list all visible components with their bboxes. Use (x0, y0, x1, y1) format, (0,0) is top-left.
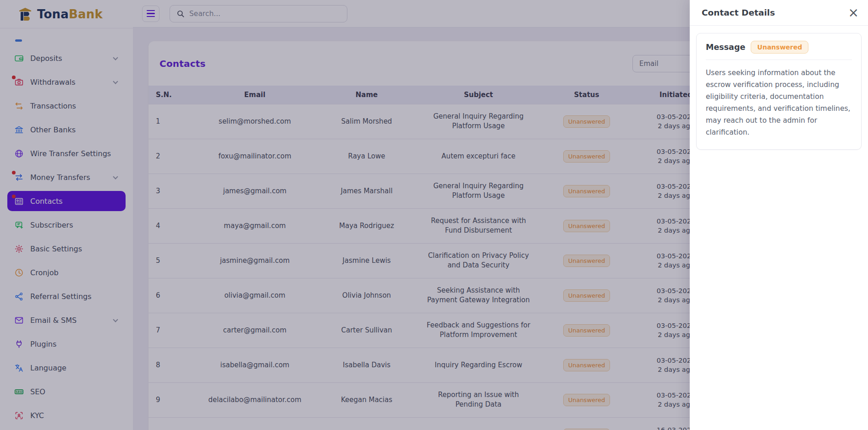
drawer-header: Contact Details × (690, 0, 868, 26)
status-badge: Unanswered (751, 41, 808, 54)
message-section-title: Message (706, 43, 745, 52)
message-card-header: Message Unanswered (706, 41, 852, 54)
message-text: Users seeking information about the escr… (706, 67, 852, 138)
contact-details-drawer: Contact Details × Message Unanswered Use… (690, 0, 868, 430)
message-card: Message Unanswered Users seeking informa… (696, 33, 862, 150)
close-icon[interactable]: × (848, 6, 859, 19)
divider (706, 60, 852, 60)
drawer-title: Contact Details (702, 8, 775, 17)
